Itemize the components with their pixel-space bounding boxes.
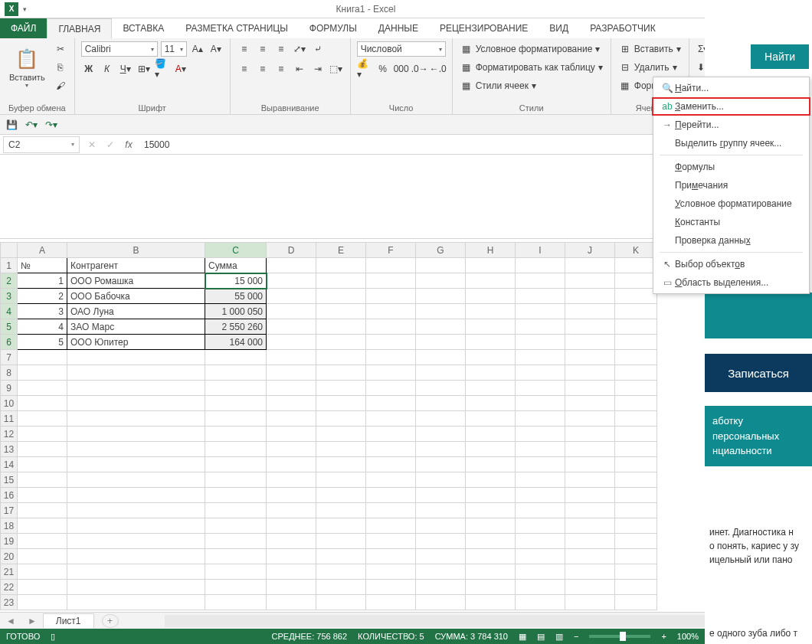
cell-J21[interactable] (565, 564, 615, 580)
cell-A10[interactable] (18, 396, 67, 411)
cell-B17[interactable] (67, 503, 205, 518)
cell-I21[interactable] (516, 564, 565, 580)
tab-review[interactable]: РЕЦЕНЗИРОВАНИЕ (429, 18, 539, 38)
cell-E22[interactable] (316, 580, 366, 595)
menu-select-objects[interactable]: ↖Выбор объектов (653, 255, 809, 273)
cell-H17[interactable] (466, 503, 516, 518)
cell-I19[interactable] (516, 534, 565, 549)
increase-font-button[interactable]: A▴ (190, 41, 205, 57)
cell-E7[interactable] (316, 350, 366, 365)
menu-goto[interactable]: →Перейти... (653, 116, 809, 134)
cell-A11[interactable] (18, 411, 67, 427)
cell-D17[interactable] (267, 503, 316, 518)
cell-E15[interactable] (316, 472, 366, 488)
cell-D7[interactable] (267, 350, 316, 365)
conditional-formatting-button[interactable]: ▦Условное форматирование▾ (459, 41, 604, 57)
cell-C4[interactable]: 1 000 050 (205, 304, 267, 319)
cell-F23[interactable] (366, 595, 416, 610)
cell-K23[interactable] (615, 595, 657, 610)
cell-K5[interactable] (615, 319, 657, 335)
row-header-10[interactable]: 10 (1, 396, 18, 411)
row-header-1[interactable]: 1 (1, 258, 18, 273)
cell-B9[interactable] (67, 381, 205, 396)
column-header-B[interactable]: B (67, 243, 205, 258)
cell-J19[interactable] (565, 534, 615, 549)
cell-D18[interactable] (267, 518, 316, 534)
cell-F13[interactable] (366, 442, 416, 457)
cell-C15[interactable] (205, 472, 267, 488)
undo-button[interactable]: ↶▾ (25, 118, 38, 132)
cell-A8[interactable] (18, 365, 67, 381)
cell-G7[interactable] (416, 350, 466, 365)
cell-D10[interactable] (267, 396, 316, 411)
view-normal-button[interactable]: ▦ (519, 632, 526, 642)
cell-F17[interactable] (366, 503, 416, 518)
cell-F2[interactable] (366, 273, 416, 289)
menu-replace[interactable]: abЗаменить... (652, 97, 810, 116)
align-left-button[interactable]: ≡ (237, 61, 252, 77)
cell-K1[interactable] (615, 258, 657, 273)
cell-K9[interactable] (615, 381, 657, 396)
zoom-in-button[interactable]: + (661, 632, 666, 641)
menu-formulas[interactable]: Формулы (653, 158, 809, 176)
cell-H6[interactable] (466, 335, 516, 350)
row-header-2[interactable]: 2 (1, 273, 18, 289)
cell-D5[interactable] (267, 319, 316, 335)
tab-data[interactable]: ДАННЫЕ (368, 18, 429, 38)
redo-button[interactable]: ↷▾ (44, 118, 58, 132)
align-middle-button[interactable]: ≡ (255, 41, 270, 57)
menu-constants[interactable]: Константы (653, 213, 809, 231)
name-box[interactable]: C2▾ (3, 136, 80, 153)
decrease-font-button[interactable]: A▾ (208, 41, 224, 57)
row-header-5[interactable]: 5 (1, 319, 18, 335)
tab-page-layout[interactable]: РАЗМЕТКА СТРАНИЦЫ (175, 18, 299, 38)
cell-F19[interactable] (366, 534, 416, 549)
cell-A17[interactable] (18, 503, 67, 518)
view-page-layout-button[interactable]: ▤ (537, 632, 545, 642)
cell-K13[interactable] (615, 442, 657, 457)
cell-F16[interactable] (366, 488, 416, 503)
cell-F6[interactable] (366, 335, 416, 350)
cell-A22[interactable] (18, 580, 67, 595)
cell-H11[interactable] (466, 411, 516, 427)
column-header-G[interactable]: G (416, 243, 466, 258)
cell-G22[interactable] (416, 580, 466, 595)
cell-C6[interactable]: 164 000 (205, 335, 267, 350)
row-header-7[interactable]: 7 (1, 350, 18, 365)
cell-B12[interactable] (67, 427, 205, 442)
cell-B4[interactable]: ОАО Луна (67, 304, 205, 319)
cell-K14[interactable] (615, 457, 657, 472)
cell-F15[interactable] (366, 472, 416, 488)
cell-C16[interactable] (205, 488, 267, 503)
cell-J23[interactable] (565, 595, 615, 610)
cell-F1[interactable] (366, 258, 416, 273)
cell-G8[interactable] (416, 365, 466, 381)
cell-H2[interactable] (466, 273, 516, 289)
cell-B1[interactable]: Контрагент (67, 258, 205, 273)
cell-E10[interactable] (316, 396, 366, 411)
cell-H14[interactable] (466, 457, 516, 472)
column-header-E[interactable]: E (316, 243, 366, 258)
align-top-button[interactable]: ≡ (237, 41, 252, 57)
cell-K15[interactable] (615, 472, 657, 488)
cell-I20[interactable] (516, 549, 565, 564)
row-header-6[interactable]: 6 (1, 335, 18, 350)
row-header-22[interactable]: 22 (1, 580, 18, 595)
cell-B2[interactable]: ООО Ромашка (67, 273, 205, 289)
cell-D8[interactable] (267, 365, 316, 381)
cell-E12[interactable] (316, 427, 366, 442)
cell-K21[interactable] (615, 564, 657, 580)
cell-A6[interactable]: 5 (18, 335, 67, 350)
sheet-tab[interactable]: Лист1 (43, 613, 94, 628)
view-page-break-button[interactable]: ▥ (555, 632, 563, 642)
cell-J8[interactable] (565, 365, 615, 381)
paste-button[interactable]: 📋 Вставить ▾ (6, 41, 48, 93)
cell-I2[interactable] (516, 273, 565, 289)
tab-file[interactable]: ФАЙЛ (0, 18, 47, 38)
cell-J6[interactable] (565, 335, 615, 350)
accounting-format-button[interactable]: 💰▾ (357, 61, 372, 77)
cell-K20[interactable] (615, 549, 657, 564)
cell-B16[interactable] (67, 488, 205, 503)
menu-cond-format[interactable]: Условное форматирование (653, 195, 809, 213)
increase-decimal-button[interactable]: .0→ (412, 61, 427, 77)
